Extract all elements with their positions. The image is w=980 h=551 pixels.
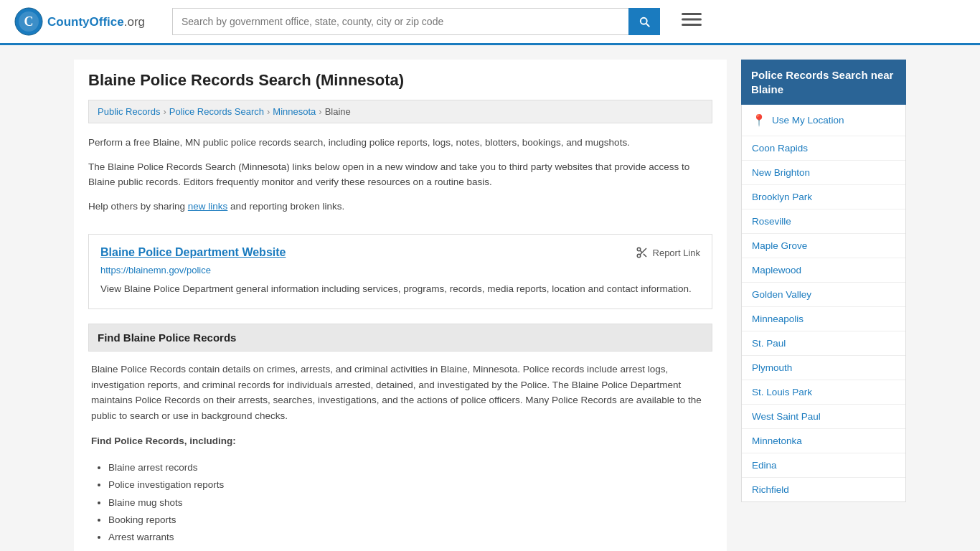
link-desc: View Blaine Police Department general in… bbox=[100, 281, 700, 297]
page-title: Blaine Police Records Search (Minnesota) bbox=[88, 71, 712, 90]
search-button[interactable] bbox=[628, 8, 660, 35]
sidebar-link[interactable]: Coon Rapids bbox=[742, 136, 905, 161]
sidebar-link[interactable]: Maple Grove bbox=[742, 234, 905, 258]
link-card-title[interactable]: Blaine Police Department Website bbox=[100, 246, 286, 259]
records-list-item: Blaine arrest records bbox=[108, 459, 710, 476]
logo-area: C CountyOffice.org bbox=[14, 7, 158, 36]
breadcrumb-link-public-records[interactable]: Public Records bbox=[98, 106, 160, 117]
link-url: https://blainemn.gov/police bbox=[100, 265, 700, 276]
sidebar-link[interactable]: St. Paul bbox=[742, 331, 905, 356]
sidebar-link[interactable]: Minneapolis bbox=[742, 307, 905, 331]
sidebar-link[interactable]: Roseville bbox=[742, 209, 905, 234]
link-card-header: Blaine Police Department Website Report … bbox=[100, 246, 700, 259]
sidebar-link[interactable]: Richfield bbox=[742, 478, 905, 501]
scissors-icon bbox=[636, 246, 649, 259]
breadcrumb-sep-3: › bbox=[319, 106, 321, 117]
breadcrumb: Public Records › Police Records Search ›… bbox=[88, 100, 712, 123]
svg-text:C: C bbox=[24, 14, 34, 29]
search-input[interactable] bbox=[172, 8, 628, 35]
report-link-label: Report Link bbox=[653, 248, 700, 258]
sidebar: Police Records Search near Blaine 📍 Use … bbox=[741, 60, 906, 551]
find-records-body: Blaine Police Records contain details on… bbox=[88, 362, 712, 551]
logo-text-area: CountyOffice.org bbox=[47, 14, 145, 29]
sidebar-link[interactable]: Plymouth bbox=[742, 356, 905, 380]
location-pin-icon: 📍 bbox=[752, 113, 766, 127]
description-para-1: Perform a free Blaine, MN public police … bbox=[88, 135, 712, 151]
desc3-suffix: and reporting broken links. bbox=[227, 201, 344, 212]
sidebar-link[interactable]: St. Louis Park bbox=[742, 380, 905, 405]
sidebar-link[interactable]: Edina bbox=[742, 453, 905, 478]
sidebar-link[interactable]: West Saint Paul bbox=[742, 405, 905, 429]
records-list-item: Police investigation reports bbox=[108, 476, 710, 494]
sidebar-link[interactable]: New Brighton bbox=[742, 161, 905, 185]
breadcrumb-sep-1: › bbox=[163, 106, 166, 117]
sidebar-header: Police Records Search near Blaine bbox=[741, 60, 906, 105]
main-container: Blaine Police Records Search (Minnesota)… bbox=[60, 45, 920, 551]
search-icon bbox=[638, 15, 651, 28]
description-para-2: The Blaine Police Records Search (Minnes… bbox=[88, 159, 712, 190]
hamburger-menu-icon[interactable] bbox=[682, 9, 702, 34]
records-list-item: Criminal records bbox=[108, 546, 710, 551]
svg-rect-4 bbox=[682, 19, 702, 21]
sidebar-links-container: Coon RapidsNew BrightonBrooklyn ParkRose… bbox=[742, 136, 905, 501]
find-records-para: Blaine Police Records contain details on… bbox=[91, 362, 710, 423]
records-list-item: Booking reports bbox=[108, 512, 710, 529]
records-list: Blaine arrest recordsPolice investigatio… bbox=[91, 459, 710, 551]
breadcrumb-link-police-records-search[interactable]: Police Records Search bbox=[169, 106, 264, 117]
sidebar-link[interactable]: Minnetonka bbox=[742, 429, 905, 453]
new-links-link[interactable]: new links bbox=[188, 201, 228, 212]
report-link-button[interactable]: Report Link bbox=[636, 246, 700, 259]
use-my-location-button[interactable]: 📍 Use My Location bbox=[742, 105, 905, 136]
breadcrumb-sep-2: › bbox=[267, 106, 270, 117]
find-records-section: Find Blaine Police Records Blaine Police… bbox=[88, 324, 712, 551]
find-records-header: Find Blaine Police Records bbox=[88, 324, 712, 352]
records-list-item: Arrest warrants bbox=[108, 529, 710, 546]
content-area: Blaine Police Records Search (Minnesota)… bbox=[74, 60, 727, 551]
desc3-prefix: Help others by sharing bbox=[88, 201, 188, 212]
svg-rect-3 bbox=[682, 13, 702, 15]
sidebar-body: 📍 Use My Location Coon RapidsNew Brighto… bbox=[741, 105, 906, 502]
breadcrumb-link-minnesota[interactable]: Minnesota bbox=[273, 106, 316, 117]
records-list-item: Blaine mug shots bbox=[108, 494, 710, 512]
breadcrumb-current: Blaine bbox=[325, 106, 351, 117]
description-section: Perform a free Blaine, MN public police … bbox=[88, 135, 712, 234]
search-area bbox=[172, 8, 660, 35]
header: C CountyOffice.org bbox=[0, 0, 980, 45]
logo-icon: C bbox=[14, 7, 43, 36]
use-location-label: Use My Location bbox=[772, 115, 844, 126]
description-para-3: Help others by sharing new links and rep… bbox=[88, 199, 712, 215]
svg-point-7 bbox=[637, 255, 641, 258]
link-card: Blaine Police Department Website Report … bbox=[88, 234, 712, 309]
logo-wordmark: CountyOffice.org bbox=[47, 14, 145, 29]
svg-point-6 bbox=[637, 248, 641, 252]
sidebar-link[interactable]: Golden Valley bbox=[742, 283, 905, 307]
sidebar-link[interactable]: Brooklyn Park bbox=[742, 185, 905, 209]
sidebar-link[interactable]: Maplewood bbox=[742, 258, 905, 283]
find-records-subtitle: Find Police Records, including: bbox=[91, 433, 710, 449]
svg-rect-5 bbox=[682, 24, 702, 26]
